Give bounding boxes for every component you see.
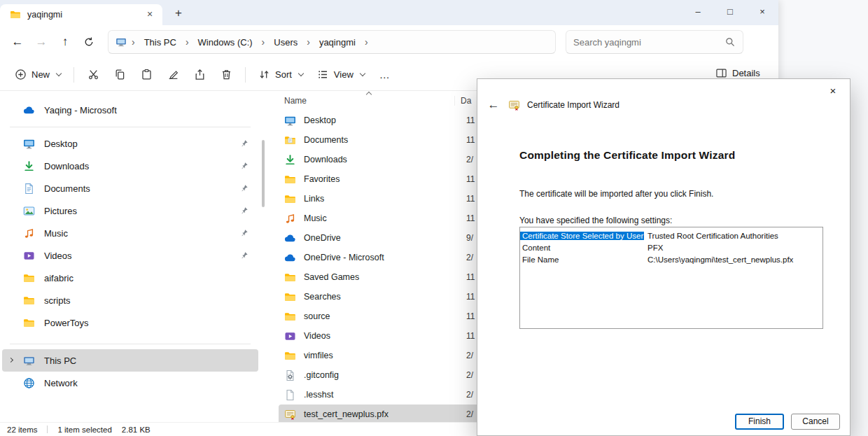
close-button[interactable]: × (746, 0, 778, 25)
this-pc-icon (23, 355, 35, 367)
certificate-icon (284, 409, 296, 421)
cloud-icon (284, 232, 296, 244)
sidebar-item-documents[interactable]: Documents (2, 177, 258, 199)
file-date: 2/ (461, 155, 473, 164)
rename-button[interactable] (160, 64, 186, 86)
status-divider (47, 426, 48, 433)
this-pc-icon (115, 36, 127, 48)
trash-icon (220, 69, 232, 80)
view-list-icon (317, 69, 329, 80)
new-tab-button[interactable]: + (169, 4, 188, 22)
maximize-button[interactable]: □ (714, 0, 746, 25)
sidebar-item-label: Network (44, 378, 78, 388)
tab-close-icon[interactable]: × (143, 8, 157, 22)
file-date: 2/ (461, 409, 473, 419)
back-arrow-icon[interactable]: ← (486, 98, 501, 112)
sidebar-item-label: Pictures (44, 206, 77, 216)
file-name: OneDrive (304, 233, 341, 243)
videos-icon (23, 250, 35, 262)
file-name: .gitconfig (304, 370, 339, 380)
search-box[interactable] (566, 30, 743, 54)
paste-button[interactable] (134, 64, 159, 86)
column-header-date[interactable]: Da (455, 96, 471, 106)
breadcrumb[interactable]: › This PC › Windows (C:) › Users › yaqin… (108, 30, 556, 54)
settings-row[interactable]: Content PFX (520, 241, 822, 253)
desktop-icon (23, 138, 35, 150)
pin-icon (240, 139, 248, 148)
gear-file-icon (284, 370, 296, 381)
breadcrumb-separator: › (182, 36, 192, 48)
sidebar-item-label: Documents (44, 183, 90, 194)
music-icon (23, 227, 35, 239)
sidebar-item-powertoys[interactable]: PowerToys (2, 311, 258, 334)
settings-list[interactable]: Certificate Store Selected by User Trust… (519, 227, 823, 329)
breadcrumb-users[interactable]: Users (270, 35, 302, 50)
file-name: Documents (304, 135, 348, 145)
settings-row[interactable]: File Name C:\Users\yaqingmi\test_cert_ne… (520, 253, 822, 265)
search-input[interactable] (573, 37, 724, 48)
folder-icon (284, 311, 296, 323)
settings-row-selected[interactable]: Certificate Store Selected by User Trust… (520, 230, 822, 241)
share-icon (194, 69, 206, 80)
up-button[interactable]: ↑ (53, 30, 77, 54)
sidebar-item-videos[interactable]: Videos (2, 244, 258, 267)
sidebar-item-downloads[interactable]: Downloads (2, 155, 258, 177)
breadcrumb-separator: › (303, 36, 314, 48)
file-date: 9/ (461, 233, 473, 243)
sidebar-item-scripts[interactable]: scripts (2, 289, 258, 311)
sidebar-item-aifabric[interactable]: aifabric (2, 267, 258, 289)
folder-icon (284, 272, 296, 283)
cancel-button[interactable]: Cancel (791, 414, 840, 430)
cut-button[interactable] (80, 64, 106, 86)
document-icon (23, 183, 35, 195)
breadcrumb-this-pc[interactable]: This PC (140, 35, 181, 50)
dialog-title: Certificate Import Wizard (527, 100, 620, 110)
back-button[interactable]: ← (6, 30, 29, 54)
sort-button[interactable]: Sort (252, 64, 309, 86)
folder-icon (284, 291, 296, 303)
sidebar-item-label: Desktop (44, 139, 78, 149)
sidebar-item-pictures[interactable]: Pictures (2, 199, 258, 222)
refresh-button[interactable] (77, 30, 101, 54)
sort-arrows-icon (258, 69, 270, 80)
pictures-icon (23, 205, 35, 217)
sidebar-item-network[interactable]: Network (2, 372, 258, 394)
dialog-close-icon[interactable]: × (823, 83, 843, 99)
folder-icon (284, 350, 296, 362)
new-button[interactable]: New (8, 64, 67, 86)
file-name: Videos (304, 331, 330, 341)
view-button[interactable]: View (311, 64, 371, 86)
sidebar-item-this-pc[interactable]: This PC (2, 349, 258, 372)
plus-circle-icon (15, 69, 27, 80)
pin-icon (240, 162, 248, 170)
downloads-icon (284, 154, 296, 166)
forward-button[interactable]: → (29, 30, 53, 54)
explorer-tab[interactable]: yaqingmi × (0, 4, 162, 25)
more-options-button[interactable]: … (372, 64, 398, 86)
file-name: .lesshst (304, 390, 333, 400)
toolbar-divider (245, 67, 246, 83)
sidebar-item-label: aifabric (44, 273, 74, 283)
sidebar-item-desktop[interactable]: Desktop (2, 132, 258, 155)
network-icon (23, 377, 35, 389)
share-button[interactable] (187, 64, 212, 86)
setting-value: PFX (644, 244, 663, 252)
rename-icon (167, 69, 179, 80)
folder-icon (23, 317, 35, 329)
finish-button[interactable]: Finish (735, 414, 784, 430)
sidebar-item-label: PowerToys (44, 318, 89, 328)
chevron-down-icon (56, 71, 62, 76)
chevron-right-icon[interactable] (8, 358, 13, 363)
breadcrumb-windows-c[interactable]: Windows (C:) (194, 35, 257, 50)
sidebar-item-onedrive[interactable]: Yaqing - Microsoft (2, 98, 258, 122)
sidebar-item-label: Downloads (44, 161, 89, 171)
minimize-button[interactable]: – (682, 0, 714, 25)
sidebar-item-music[interactable]: Music (2, 222, 258, 244)
pin-icon (240, 206, 248, 215)
copy-button[interactable] (107, 64, 132, 86)
delete-button[interactable] (214, 64, 239, 86)
folder-icon (10, 9, 21, 20)
navigation-pane: Yaqing - Microsoft Desktop Downloads Doc… (0, 91, 260, 423)
column-header-name[interactable]: Name (279, 96, 455, 106)
breadcrumb-yaqingmi[interactable]: yaqingmi (315, 35, 360, 50)
